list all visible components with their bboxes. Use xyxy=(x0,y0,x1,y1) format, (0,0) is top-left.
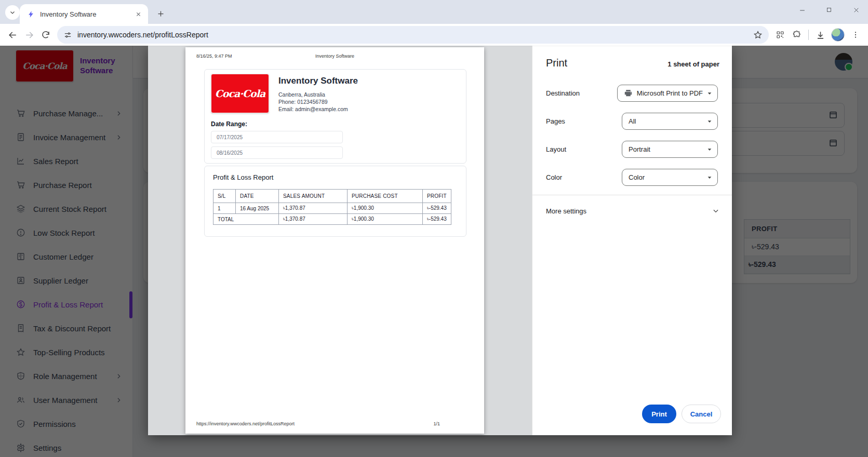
minimize-button[interactable] xyxy=(794,3,810,17)
table-header-cell: PURCHASE COST xyxy=(348,190,423,203)
table-header-cell: DATE xyxy=(236,190,279,203)
company-email: Email: admin@example.com xyxy=(278,106,348,112)
chevron-down-icon xyxy=(9,9,16,16)
page-number: 1/1 xyxy=(433,421,440,426)
url-text[interactable]: inventory.wwcoders.net/profitLossReport xyxy=(77,31,753,39)
table-cell: 1 xyxy=(213,203,236,214)
table-body: 116 Aug 2025৳1,370.87৳1,900.30৳-529.43TO… xyxy=(213,203,451,225)
report-card: Profit & Loss Report S/LDATESALES AMOUNT… xyxy=(204,166,466,237)
extensions-icon[interactable] xyxy=(789,26,805,43)
table-total-cell: ৳1,900.30 xyxy=(348,214,423,225)
company-logo-print: Coca·Cola xyxy=(211,74,269,113)
chevron-down-icon xyxy=(712,207,719,214)
print-preview-pane: 8/16/25, 9:47 PM Inventory Software Coca… xyxy=(148,46,532,435)
back-button[interactable] xyxy=(4,26,21,43)
table-header-cell: S/L xyxy=(213,190,236,203)
qr-code-icon[interactable] xyxy=(772,26,789,43)
print-footer: https://inventory.wwcoders.net/profitLos… xyxy=(196,421,473,426)
site-info-icon[interactable] xyxy=(63,31,72,39)
destination-row: Destination Microsoft Print to PDF xyxy=(546,85,718,102)
table-total-cell: ৳-529.43 xyxy=(423,214,451,225)
browser-toolbar: inventory.wwcoders.net/profitLossReport xyxy=(0,24,868,46)
layout-select[interactable]: Portrait xyxy=(622,141,718,158)
favicon-bolt-icon xyxy=(27,10,35,18)
sheet-count: 1 sheet of paper xyxy=(667,60,719,68)
table-cell: ৳1,900.30 xyxy=(348,203,423,214)
page-content: Coca·Cola Inventory Software Purchase Ma… xyxy=(0,46,868,457)
tab-search-button[interactable] xyxy=(5,5,20,20)
date-to-input: 08/16/2025 xyxy=(211,146,343,159)
plus-icon xyxy=(157,10,165,18)
print-button[interactable]: Print xyxy=(642,405,676,423)
close-window-button[interactable] xyxy=(848,3,864,17)
reload-button[interactable] xyxy=(37,26,54,43)
table-header-cell: PROFIT xyxy=(423,190,451,203)
forward-arrow-icon xyxy=(24,30,34,40)
print-settings-panel: Print 1 sheet of paper Destination Micro… xyxy=(532,46,732,435)
menu-kebab-icon[interactable] xyxy=(847,26,864,43)
tab-title: Inventory Software xyxy=(40,10,133,18)
company-card: Coca·Cola Inventory Software Canberra, A… xyxy=(204,69,466,164)
tab-strip: Inventory Software xyxy=(0,0,868,24)
caret-down-icon xyxy=(707,91,712,96)
table-total-row: TOTAL৳1,370.87৳1,900.30৳-529.43 xyxy=(213,214,451,225)
layout-row: Layout Portrait xyxy=(546,141,718,158)
downloads-icon[interactable] xyxy=(812,26,829,43)
dialog-title: Print xyxy=(546,57,567,69)
table-total-cell: TOTAL xyxy=(213,214,279,225)
destination-select[interactable]: Microsoft Print to PDF xyxy=(617,85,718,102)
footer-url: https://inventory.wwcoders.net/profitLos… xyxy=(196,421,433,426)
panel-divider xyxy=(532,195,732,195)
date-range-label: Date Range: xyxy=(211,120,247,128)
pages-row: Pages All xyxy=(546,113,718,130)
print-dialog: 8/16/25, 9:47 PM Inventory Software Coca… xyxy=(148,46,732,435)
panel-header: Print 1 sheet of paper xyxy=(546,57,719,69)
window-controls xyxy=(794,3,864,17)
print-header: 8/16/25, 9:47 PM Inventory Software xyxy=(196,53,473,59)
forward-button[interactable] xyxy=(21,26,37,43)
tab-close-icon[interactable] xyxy=(133,9,143,19)
browser-tab[interactable]: Inventory Software xyxy=(20,4,148,24)
table-head: S/LDATESALES AMOUNTPURCHASE COSTPROFIT xyxy=(213,190,451,203)
printer-icon xyxy=(624,89,633,98)
caret-down-icon xyxy=(707,147,712,152)
table-total-cell: ৳1,370.87 xyxy=(279,214,348,225)
caret-down-icon xyxy=(707,119,712,124)
more-settings-toggle[interactable]: More settings xyxy=(532,199,732,222)
reload-icon xyxy=(41,30,50,39)
toolbar-divider xyxy=(808,30,809,40)
back-arrow-icon xyxy=(8,30,18,40)
new-tab-button[interactable] xyxy=(154,7,167,20)
company-address: Canberra, Australia xyxy=(278,91,325,98)
bookmark-star-icon[interactable] xyxy=(753,30,763,39)
table-cell: 16 Aug 2025 xyxy=(236,203,279,214)
table-cell: ৳-529.43 xyxy=(423,203,451,214)
table-header-cell: SALES AMOUNT xyxy=(279,190,348,203)
panel-actions: Print Cancel xyxy=(642,405,721,423)
cancel-button[interactable]: Cancel xyxy=(682,405,721,423)
maximize-button[interactable] xyxy=(821,3,837,17)
profit-loss-table: S/LDATESALES AMOUNTPURCHASE COSTPROFIT 1… xyxy=(213,189,451,225)
color-row: Color Color xyxy=(546,169,718,186)
preview-page: 8/16/25, 9:47 PM Inventory Software Coca… xyxy=(185,47,484,434)
date-from-input: 07/17/2025 xyxy=(211,131,343,143)
profile-avatar[interactable] xyxy=(831,28,845,42)
company-name: Inventory Software xyxy=(278,76,358,86)
table-cell: ৳1,370.87 xyxy=(279,203,348,214)
pages-select[interactable]: All xyxy=(622,113,718,130)
address-bar[interactable]: inventory.wwcoders.net/profitLossReport xyxy=(57,26,769,44)
color-select[interactable]: Color xyxy=(622,169,718,186)
company-phone: Phone: 0123456789 xyxy=(278,99,328,105)
caret-down-icon xyxy=(707,175,712,180)
print-timestamp: 8/16/25, 9:47 PM xyxy=(196,53,279,59)
report-title: Profit & Loss Report xyxy=(213,173,273,181)
print-doc-title: Inventory Software xyxy=(279,53,390,59)
table-row: 116 Aug 2025৳1,370.87৳1,900.30৳-529.43 xyxy=(213,203,451,214)
